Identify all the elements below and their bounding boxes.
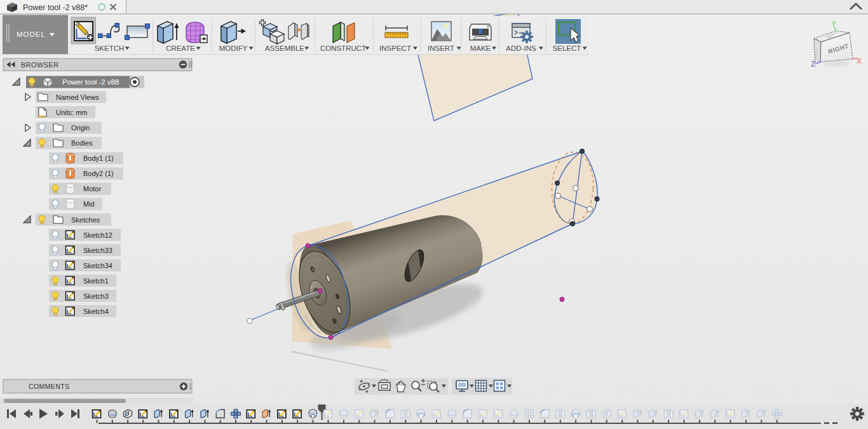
svg-text:COMMENTS: COMMENTS	[29, 383, 69, 390]
svg-text:Sketches: Sketches	[71, 216, 100, 224]
svg-text:Power tool -2 v88*: Power tool -2 v88*	[23, 3, 88, 12]
svg-text:Z: Z	[811, 60, 815, 69]
svg-text:Sketch4: Sketch4	[83, 308, 109, 315]
svg-text:Motor: Motor	[83, 185, 101, 193]
svg-text:Sketch1: Sketch1	[83, 277, 109, 285]
svg-text:CONSTRUCT: CONSTRUCT	[320, 44, 366, 52]
svg-text:SKETCH: SKETCH	[95, 44, 125, 52]
svg-text:Sketch3: Sketch3	[83, 292, 109, 300]
svg-text:INSERT: INSERT	[428, 44, 454, 52]
svg-text:Sketch12: Sketch12	[83, 231, 112, 239]
svg-text:Origin: Origin	[71, 124, 90, 132]
svg-text:Bodies: Bodies	[71, 139, 93, 147]
svg-text:MAKE: MAKE	[470, 44, 491, 52]
svg-text:MODIFY: MODIFY	[219, 44, 248, 52]
svg-text:Body1 (1): Body1 (1)	[83, 154, 114, 162]
svg-text:ADD-INS: ADD-INS	[506, 44, 536, 52]
svg-text:Units: mm: Units: mm	[56, 109, 88, 116]
svg-text:Sketch33: Sketch33	[83, 247, 112, 254]
svg-text:Power tool -2 v88: Power tool -2 v88	[62, 78, 119, 86]
svg-text:MODEL: MODEL	[17, 31, 46, 38]
svg-text:Named Views: Named Views	[56, 93, 99, 101]
svg-text:Sketch34: Sketch34	[83, 262, 112, 269]
svg-text:BROWSER: BROWSER	[21, 61, 59, 69]
svg-text:INSPECT: INSPECT	[379, 44, 411, 52]
svg-text:CREATE: CREATE	[166, 44, 195, 52]
svg-text:Body2 (1): Body2 (1)	[83, 170, 114, 177]
svg-text:Mid: Mid	[83, 200, 95, 208]
svg-text:ASSEMBLE: ASSEMBLE	[265, 44, 304, 52]
svg-text:Y: Y	[831, 20, 836, 29]
svg-text:SELECT: SELECT	[553, 44, 581, 52]
